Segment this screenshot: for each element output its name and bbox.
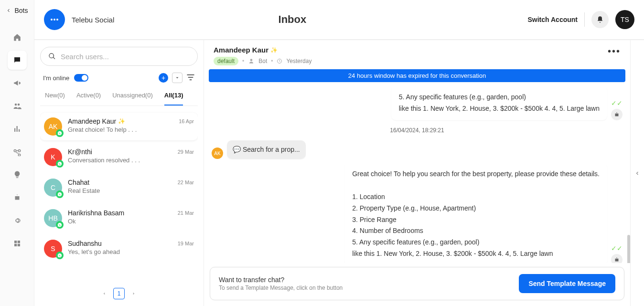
nav-broadcast[interactable]	[8, 74, 27, 93]
messages-area[interactable]: 5. Any specific features (e.g., garden, …	[204, 82, 630, 263]
tab-new[interactable]: New(0)	[45, 92, 65, 106]
sort-button[interactable]	[172, 73, 182, 83]
chevron-down-icon	[175, 75, 180, 80]
back-to-bots[interactable]: Bots	[6, 7, 28, 14]
more-button[interactable]: •••	[608, 46, 621, 57]
chat-footer: Want to transfer chat? To send a Templat…	[210, 267, 624, 300]
message-bubble-in: Search for a prop...	[227, 140, 306, 159]
chevron-left-icon	[6, 8, 11, 13]
divider	[584, 12, 585, 27]
notifications-button[interactable]	[591, 11, 609, 28]
bot-sender-badge	[611, 109, 623, 120]
send-template-button[interactable]: Send Template Message	[519, 274, 615, 293]
pager-next[interactable]	[131, 290, 136, 297]
whatsapp-icon	[56, 160, 64, 168]
tab-unassigned[interactable]: Unassigned(0)	[112, 92, 153, 106]
nav-integrations[interactable]	[8, 142, 27, 161]
dot-separator: •	[271, 58, 273, 64]
conversation-name: Amandeep Kaur ✨	[68, 117, 125, 125]
conversation-date: 29 Mar	[178, 149, 194, 155]
nav-apps[interactable]	[8, 234, 27, 253]
search-icon	[48, 53, 56, 60]
sender-avatar: AK	[212, 148, 223, 159]
agent-label: Bot	[258, 58, 267, 64]
chat-name-text: Amandeep Kaur	[214, 46, 268, 54]
nav-bot[interactable]	[8, 188, 27, 207]
nav-contacts[interactable]	[8, 96, 27, 116]
filter-icon	[186, 74, 195, 81]
footer-title: Want to transfer chat?	[219, 276, 343, 284]
pager-prev[interactable]	[102, 290, 107, 297]
conversation-date: 22 Mar	[178, 179, 194, 185]
conversation-item[interactable]: SSudhanshu19 MarYes, let's go ahead	[40, 235, 198, 263]
message-in: AK Search for a prop...	[212, 140, 623, 159]
switch-account-link[interactable]: Switch Account	[528, 16, 578, 23]
conversation-preview: Conversation resolved . . .	[68, 157, 194, 164]
chat-panel: Amandeep Kaur ✨ default • Bot • Yesterda…	[204, 40, 631, 306]
expiry-banner: 24 hours window has expired for this con…	[209, 69, 625, 82]
conversation-tabs: New(0) Active(0) Unassigned(0) All(13)	[40, 88, 198, 106]
conversation-item[interactable]: CChahat22 MarReal Estate	[40, 174, 198, 201]
page-title: Inbox	[57, 13, 527, 26]
conversation-item[interactable]: HBHarikrishna Basam21 MarOk	[40, 204, 198, 232]
user-avatar[interactable]: TS	[615, 10, 634, 29]
online-label: I'm online	[43, 74, 69, 82]
timestamp-divider: 16/04/2024, 18:29:21	[212, 127, 623, 134]
whatsapp-icon	[56, 190, 64, 198]
grid-icon	[13, 239, 21, 248]
brand-logo	[44, 9, 65, 30]
pager: 1	[40, 284, 198, 303]
conversation-date: 21 Mar	[178, 210, 194, 216]
back-label: Bots	[14, 7, 28, 14]
topbar: Telebu Social Inbox Switch Account TS	[34, 0, 644, 40]
megaphone-icon	[13, 79, 21, 87]
conversation-preview: Yes, let's go ahead	[68, 248, 194, 255]
sparkle-icon: ✨	[270, 47, 278, 53]
online-toggle[interactable]	[74, 74, 88, 82]
nav-settings[interactable]	[8, 211, 27, 230]
add-button[interactable]: +	[159, 73, 168, 83]
chart-icon	[13, 125, 21, 133]
conversation-item[interactable]: KKr@nthi29 MarConversation resolved . . …	[40, 143, 198, 171]
conversation-preview: Great choice! To help . . .	[68, 126, 194, 133]
whatsapp-icon	[56, 252, 64, 259]
tab-active[interactable]: Active(0)	[76, 92, 101, 106]
message-out: 5. Any specific features (e.g., garden, …	[212, 86, 623, 120]
dot-separator: •	[242, 58, 244, 64]
robot-icon	[613, 256, 620, 263]
nav-analytics[interactable]	[8, 119, 27, 138]
mini-sidebar: Bots	[0, 0, 34, 306]
conversation-date: 19 Mar	[178, 241, 194, 246]
clock-icon	[277, 58, 282, 64]
conversation-avatar: HB	[44, 209, 62, 227]
scrollbar-thumb[interactable]	[627, 235, 630, 263]
nav-home[interactable]	[8, 28, 27, 47]
message-out: Great choice! To help you search for the…	[212, 163, 623, 263]
conversations-panel: I'm online + New(0) Ac	[34, 40, 204, 306]
conversation-name: Harikrishna Basam	[68, 209, 124, 217]
conversation-avatar: S	[44, 240, 62, 258]
conversation-avatar: K	[44, 148, 62, 166]
chat-contact-name: Amandeep Kaur ✨	[214, 46, 311, 54]
tab-all[interactable]: All(13)	[164, 92, 183, 106]
whatsapp-icon	[56, 129, 64, 137]
collapse-right-panel[interactable]	[631, 40, 644, 306]
whatsapp-icon	[56, 221, 64, 229]
nav-ideas[interactable]	[8, 165, 27, 184]
conversation-item[interactable]: AKAmandeep Kaur ✨16 AprGreat choice! To …	[40, 113, 198, 140]
search-input[interactable]	[61, 53, 190, 61]
conversation-name: Sudhanshu	[68, 240, 102, 247]
pager-current[interactable]: 1	[113, 288, 125, 299]
bell-icon	[596, 16, 604, 23]
chat-meta: default • Bot • Yesterday	[214, 57, 311, 65]
nav-inbox[interactable]	[8, 51, 27, 70]
chevron-right-icon	[131, 291, 136, 296]
bot-sender-badge	[611, 254, 623, 263]
message-bubble: 5. Any specific features (e.g., garden, …	[391, 86, 607, 120]
footer-subtitle: To send a Template Message, click on the…	[219, 285, 343, 291]
status-badge: default	[214, 57, 238, 65]
conversation-avatar: AK	[44, 117, 62, 136]
search-wrap	[40, 47, 198, 66]
filter-button[interactable]	[186, 74, 195, 82]
gear-icon	[13, 216, 21, 225]
